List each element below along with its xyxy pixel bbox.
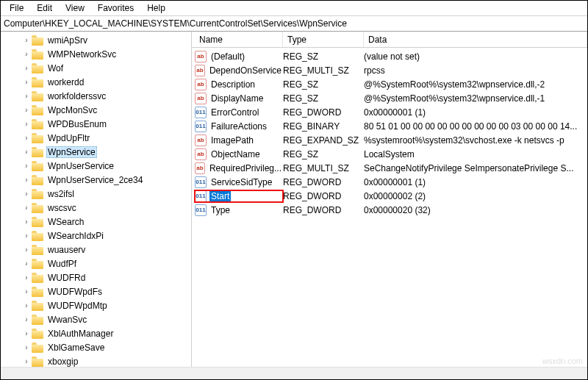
tree-node-wudfpf[interactable]: ›WudfPf bbox=[1, 257, 191, 270]
value-row-imagepath[interactable]: abImagePathREG_EXPAND_SZ%systemroot%\sys… bbox=[192, 133, 587, 147]
expand-icon[interactable]: › bbox=[21, 343, 32, 351]
tree-node-label: xboxgip bbox=[46, 356, 79, 367]
expand-icon[interactable]: › bbox=[21, 287, 32, 295]
tree-node-wsearchidxpi[interactable]: ›WSearchIdxPi bbox=[1, 229, 191, 243]
expand-icon[interactable]: › bbox=[21, 315, 32, 323]
tree-node-wof[interactable]: ›Wof bbox=[1, 61, 191, 75]
tree-node-wpnuserservice[interactable]: ›WpnUserService bbox=[1, 159, 191, 173]
value-row-errorcontrol[interactable]: 011ErrorControlREG_DWORD0x00000001 (1) bbox=[192, 105, 587, 119]
expand-icon[interactable]: › bbox=[21, 134, 32, 142]
tree-node-wwansvc[interactable]: ›WwanSvc bbox=[1, 312, 191, 326]
col-header-data[interactable]: Data bbox=[364, 32, 587, 47]
value-row-dependonservice[interactable]: abDependOnServiceREG_MULTI_SZrpcss bbox=[192, 63, 587, 77]
tree-node-label: WpdUpFltr bbox=[46, 133, 91, 143]
value-row-displayname[interactable]: abDisplayNameREG_SZ@%SystemRoot%\system3… bbox=[192, 91, 587, 105]
menu-file[interactable]: File bbox=[4, 2, 29, 14]
expand-icon[interactable]: › bbox=[21, 245, 32, 254]
tree-node-label: WSearch bbox=[46, 217, 85, 227]
expand-icon[interactable]: › bbox=[21, 190, 32, 198]
tree-node-label: WUDFWpdMtp bbox=[46, 301, 109, 311]
address-bar[interactable]: Computer\HKEY_LOCAL_MACHINE\SYSTEM\Curre… bbox=[1, 16, 587, 32]
menu-edit[interactable]: Edit bbox=[31, 2, 58, 14]
tree-node-ws2ifsl[interactable]: ›ws2ifsl bbox=[1, 187, 191, 201]
value-data: (value not set) bbox=[364, 51, 587, 62]
col-header-name[interactable]: Name bbox=[195, 32, 283, 47]
value-data: 0x00000002 (2) bbox=[364, 191, 587, 201]
expand-icon[interactable]: › bbox=[21, 120, 32, 128]
tree-node-wscsvc[interactable]: ›wscsvc bbox=[1, 201, 191, 215]
value-data: 0x00000001 (1) bbox=[364, 107, 587, 118]
tree-pane[interactable]: ›wmiApSrv›WMPNetworkSvc›Wof›workerdd›wor… bbox=[1, 32, 192, 367]
tree-node-wpdbusenum[interactable]: ›WPDBusEnum bbox=[1, 117, 191, 131]
value-row-default[interactable]: ab(Default)REG_SZ(value not set) bbox=[192, 49, 587, 63]
col-header-type[interactable]: Type bbox=[283, 32, 364, 47]
folder-icon bbox=[32, 259, 43, 269]
tree-node-wmpnetworksvc[interactable]: ›WMPNetworkSvc bbox=[1, 47, 191, 61]
value-row-requiredprivileg[interactable]: abRequiredPrivileg...REG_MULTI_SZSeChang… bbox=[192, 161, 587, 175]
value-row-objectname[interactable]: abObjectNameREG_SZLocalSystem bbox=[192, 147, 587, 161]
tree-node-label: XblGameSave bbox=[46, 343, 106, 353]
expand-icon[interactable]: › bbox=[21, 64, 32, 72]
expand-icon[interactable]: › bbox=[21, 273, 32, 282]
tree-node-label: ws2ifsl bbox=[46, 189, 76, 199]
tree-node-wpnuserservice_2ce34[interactable]: ›WpnUserService_2ce34 bbox=[1, 173, 191, 187]
value-data: SeChangeNotifyPrivilege SeImpersonatePri… bbox=[364, 163, 587, 173]
horizontal-scrollbar[interactable] bbox=[1, 367, 587, 379]
tree-node-wpnservice[interactable]: ›WpnService bbox=[1, 145, 191, 159]
expand-icon[interactable]: › bbox=[21, 50, 32, 58]
tree-node-wpcmonsvc[interactable]: ›WpcMonSvc bbox=[1, 103, 191, 117]
value-type: REG_SZ bbox=[283, 79, 364, 90]
folder-icon bbox=[32, 287, 43, 297]
tree-node-wudfwpdmtp[interactable]: ›WUDFWpdMtp bbox=[1, 298, 191, 312]
menu-help[interactable]: Help bbox=[141, 2, 171, 14]
tree-node-label: WpnService bbox=[46, 146, 97, 158]
expand-icon[interactable]: › bbox=[21, 259, 32, 268]
tree-node-label: WPDBusEnum bbox=[46, 119, 108, 129]
address-text: Computer\HKEY_LOCAL_MACHINE\SYSTEM\Curre… bbox=[4, 18, 347, 29]
value-row-start[interactable]: 011StartREG_DWORD0x00000002 (2) bbox=[192, 189, 587, 203]
tree-node-wmiapsrv[interactable]: ›wmiApSrv bbox=[1, 33, 191, 47]
tree-node-label: wscsvc bbox=[46, 203, 78, 213]
value-row-servicesidtype[interactable]: 011ServiceSidTypeREG_DWORD0x00000001 (1) bbox=[192, 175, 587, 189]
expand-icon[interactable]: › bbox=[21, 106, 32, 114]
folder-icon bbox=[32, 147, 43, 157]
tree-node-label: workfolderssvc bbox=[46, 91, 107, 101]
regedit-window: File Edit View Favorites Help Computer\H… bbox=[0, 0, 588, 380]
expand-icon[interactable]: › bbox=[21, 176, 32, 184]
expand-icon[interactable]: › bbox=[21, 218, 32, 226]
tree-node-wudfwpdfs[interactable]: ›WUDFWpdFs bbox=[1, 284, 191, 298]
expand-icon[interactable]: › bbox=[21, 148, 32, 156]
value-type: REG_DWORD bbox=[283, 177, 364, 187]
tree-node-xblauthmanager[interactable]: ›XblAuthManager bbox=[1, 326, 191, 340]
content-panes: ›wmiApSrv›WMPNetworkSvc›Wof›workerdd›wor… bbox=[1, 32, 587, 367]
expand-icon[interactable]: › bbox=[21, 232, 32, 240]
value-data: rpcss bbox=[364, 65, 587, 76]
expand-icon[interactable]: › bbox=[21, 301, 32, 309]
expand-icon[interactable]: › bbox=[21, 36, 32, 44]
tree-node-wpdupfltr[interactable]: ›WpdUpFltr bbox=[1, 131, 191, 145]
expand-icon[interactable]: › bbox=[21, 92, 32, 100]
menu-view[interactable]: View bbox=[60, 2, 90, 14]
tree-node-workfolderssvc[interactable]: ›workfolderssvc bbox=[1, 89, 191, 103]
value-name: DisplayName bbox=[209, 93, 265, 104]
value-row-type[interactable]: 011TypeREG_DWORD0x00000020 (32) bbox=[192, 203, 587, 217]
tree-node-xblgamesave[interactable]: ›XblGameSave bbox=[1, 340, 191, 354]
tree-node-xboxgip[interactable]: ›xboxgip bbox=[1, 354, 191, 367]
expand-icon[interactable]: › bbox=[21, 162, 32, 170]
binary-value-icon: 011 bbox=[195, 121, 207, 132]
tree-node-workerdd[interactable]: ›workerdd bbox=[1, 75, 191, 89]
expand-icon[interactable]: › bbox=[21, 204, 32, 212]
menu-favorites[interactable]: Favorites bbox=[92, 2, 140, 14]
tree-node-wsearch[interactable]: ›WSearch bbox=[1, 215, 191, 229]
expand-icon[interactable]: › bbox=[21, 329, 32, 337]
tree-node-wudfrd[interactable]: ›WUDFRd bbox=[1, 270, 191, 284]
value-row-failureactions[interactable]: 011FailureActionsREG_BINARY80 51 01 00 0… bbox=[192, 119, 587, 133]
value-type: REG_MULTI_SZ bbox=[283, 65, 364, 76]
folder-icon bbox=[32, 161, 43, 171]
expand-icon[interactable]: › bbox=[21, 78, 32, 86]
value-row-description[interactable]: abDescriptionREG_SZ@%SystemRoot%\system3… bbox=[192, 77, 587, 91]
value-data: LocalSystem bbox=[364, 149, 587, 159]
tree-node-wuauserv[interactable]: ›wuauserv bbox=[1, 243, 191, 257]
folder-icon bbox=[32, 217, 43, 227]
expand-icon[interactable]: › bbox=[21, 357, 32, 365]
